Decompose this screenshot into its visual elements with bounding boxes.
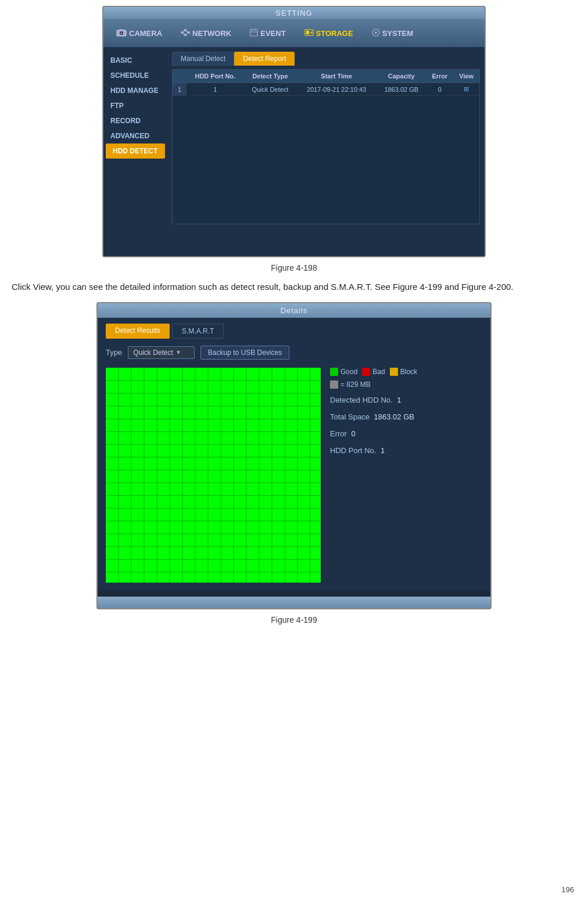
info-total-space: Total Space 1863.02 GB (330, 412, 482, 421)
svg-line-10 (187, 30, 188, 33)
grid-lines-svg (106, 368, 321, 583)
dvr-footer-bar (98, 597, 490, 608)
svg-rect-6 (184, 34, 187, 36)
legend-row: Good Bad Block (330, 368, 482, 376)
svg-line-9 (184, 33, 184, 35)
nav-system[interactable]: SYSTEM (364, 26, 421, 41)
details-title-bar: Details (98, 303, 490, 318)
cell-detect-type: Quick Detect (244, 83, 297, 96)
sidebar-item-basic[interactable]: BASIC (103, 53, 167, 68)
col-hdd-port: HDD Port No. (187, 70, 244, 83)
cell-row-num: 1 (173, 83, 187, 96)
figure-198-caption: Figure 4-198 (0, 263, 588, 272)
table-row: 1 1 Quick Detect 2017-09-21 22:10:43 186… (173, 83, 479, 96)
col-detect-type: Detect Type (244, 70, 297, 83)
info-detected-hdd: Detected HDD No. 1 (330, 396, 482, 404)
tab-detect-results[interactable]: Detect Results (106, 324, 170, 339)
setting-title-bar: SETTING (103, 7, 485, 19)
dvr-tabs: Manual Detect Detect Report (172, 52, 480, 66)
detect-grid-container (106, 368, 321, 583)
table-header-row: HDD Port No. Detect Type Start Time Capa… (173, 70, 479, 83)
svg-rect-4 (181, 31, 184, 34)
cell-hdd-port: 1 (187, 83, 244, 96)
svg-point-2 (121, 32, 123, 34)
dvr-nav-bar: CAMERA NETWORK EVENT STORAGE (103, 19, 485, 47)
sidebar-item-hdd-manage[interactable]: HDD MANAGE (103, 83, 167, 98)
nav-camera[interactable]: CAMERA (108, 26, 170, 41)
detect-content: Good Bad Block = 829 MB (106, 368, 482, 583)
dvr-sidebar: BASIC SCHEDULE HDD MANAGE FTP RECORD ADV… (103, 47, 167, 256)
svg-point-19 (375, 31, 377, 34)
table-empty-space (173, 96, 479, 224)
col-error: Error (426, 70, 453, 83)
bad-swatch (362, 368, 370, 376)
good-swatch (330, 368, 338, 376)
detect-info-panel: Good Bad Block = 829 MB (330, 368, 482, 583)
detect-report-table: HDD Port No. Detect Type Start Time Capa… (173, 70, 479, 96)
legend-unit-row: = 829 MB (330, 380, 482, 389)
page-number: 196 (561, 885, 574, 894)
nav-network[interactable]: NETWORK (173, 27, 239, 40)
info-error: Error 0 (330, 429, 482, 438)
sidebar-item-hdd-detect[interactable]: HDD DETECT (106, 143, 165, 159)
svg-rect-11 (250, 30, 257, 36)
network-icon (181, 29, 190, 38)
svg-rect-5 (184, 29, 187, 31)
dropdown-arrow-icon: ▼ (175, 349, 181, 356)
block-swatch (390, 368, 398, 376)
legend-block: Block (390, 368, 417, 376)
camera-icon (116, 28, 127, 38)
figure-198-screenshot: SETTING CAMERA NETWORK EVENT (102, 6, 486, 257)
cell-error: 0 (426, 83, 453, 96)
dvr-body: BASIC SCHEDULE HDD MANAGE FTP RECORD ADV… (103, 47, 485, 256)
col-capacity: Capacity (377, 70, 426, 83)
col-num (173, 70, 187, 83)
system-icon (372, 28, 380, 38)
backup-usb-button[interactable]: Backup to USB Devices (200, 346, 289, 360)
storage-icon (304, 28, 314, 38)
detect-report-table-container: HDD Port No. Detect Type Start Time Capa… (172, 69, 480, 224)
svg-point-17 (310, 31, 312, 33)
type-label: Type (106, 348, 122, 357)
legend-bad: Bad (362, 368, 385, 376)
svg-rect-7 (187, 31, 190, 34)
info-hdd-port: HDD Port No. 1 (330, 446, 482, 455)
col-start-time: Start Time (296, 70, 377, 83)
legend-unit: = 829 MB (330, 380, 371, 389)
sidebar-item-schedule[interactable]: SCHEDULE (103, 68, 167, 83)
details-title: Details (281, 306, 308, 315)
cell-capacity: 1863.02 GB (377, 83, 426, 96)
sidebar-item-record[interactable]: RECORD (103, 113, 167, 128)
description-paragraph: Click View, you can see the detailed inf… (12, 281, 576, 294)
dvr-body2: Detect Results S.M.A.R.T Type Quick Dete… (98, 318, 490, 591)
cell-start-time: 2017-09-21 22:10:43 (296, 83, 377, 96)
dvr-main-content: Manual Detect Detect Report HDD Port No.… (167, 47, 485, 256)
svg-line-8 (184, 30, 184, 33)
tab-detect-report[interactable]: Detect Report (234, 52, 295, 66)
col-view: View (453, 70, 479, 83)
svg-rect-16 (306, 31, 309, 34)
unit-swatch (330, 380, 338, 389)
event-icon (250, 28, 258, 38)
figure-199-screenshot: Details Detect Results S.M.A.R.T Type Qu… (96, 302, 492, 609)
type-row: Type Quick Detect ▼ Backup to USB Device… (106, 346, 482, 360)
cell-view[interactable]: ⊞ (453, 83, 479, 96)
figure-199-caption: Figure 4-199 (0, 615, 588, 624)
detect-grid (106, 368, 321, 583)
sidebar-item-ftp[interactable]: FTP (103, 98, 167, 113)
nav-event[interactable]: EVENT (242, 26, 293, 41)
sidebar-item-advanced[interactable]: ADVANCED (103, 128, 167, 143)
tab-manual-detect[interactable]: Manual Detect (172, 52, 234, 66)
type-dropdown[interactable]: Quick Detect ▼ (128, 346, 195, 359)
setting-title: SETTING (275, 9, 312, 17)
legend-good: Good (330, 368, 357, 376)
svg-rect-3 (120, 29, 123, 31)
tab-smart[interactable]: S.M.A.R.T (172, 324, 224, 339)
detect-tabs: Detect Results S.M.A.R.T (106, 324, 482, 339)
nav-storage[interactable]: STORAGE (296, 26, 361, 41)
